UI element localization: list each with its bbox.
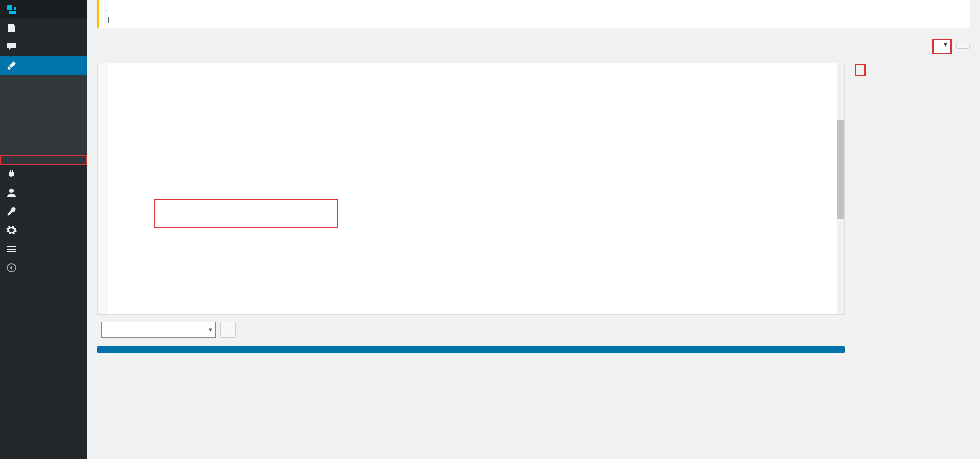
submenu-background[interactable] [0, 111, 87, 119]
appearance-submenu [0, 75, 87, 165]
sidebar-item-theme-sniffer[interactable] [0, 240, 87, 258]
editor-column [97, 58, 845, 459]
list-icon [6, 244, 17, 254]
folder-demo-content[interactable] [855, 79, 970, 91]
wrench-icon [6, 206, 17, 217]
code-highlight-box [154, 199, 338, 228]
user-icon [6, 188, 17, 198]
content-row [97, 58, 970, 459]
editor-scrollbar[interactable] [837, 63, 844, 314]
media-icon [6, 4, 17, 15]
sidebar-item-plugins[interactable] [0, 165, 87, 183]
submenu-install-plugins[interactable] [0, 148, 87, 155]
submenu-theme-editor[interactable] [0, 155, 87, 165]
submenu-header[interactable] [0, 104, 87, 111]
theme-files-column [855, 58, 970, 459]
theme-select[interactable] [932, 39, 952, 54]
submenu-menus[interactable] [0, 97, 87, 104]
line-gutter [98, 63, 108, 314]
brush-icon [6, 60, 17, 71]
sidebar-item-users[interactable] [0, 183, 87, 202]
gear-icon [6, 225, 17, 235]
documentation-row [97, 322, 845, 338]
svg-point-0 [9, 189, 14, 193]
submenu-customize[interactable] [0, 82, 87, 90]
page-icon [6, 23, 17, 33]
sidebar-item-appearance[interactable] [0, 56, 87, 75]
submenu-themes[interactable] [0, 75, 87, 82]
select-theme-button[interactable] [956, 44, 970, 49]
update-file-button[interactable] [97, 346, 845, 353]
file-tree [855, 64, 970, 91]
submenu-widgets[interactable] [0, 90, 87, 97]
plugin-notice: . | [97, 0, 970, 28]
submenu-import-demo[interactable] [0, 126, 87, 133]
sidebar-item-pages[interactable] [0, 19, 87, 38]
code-body[interactable] [108, 63, 844, 314]
admin-sidebar [0, 0, 87, 459]
sidebar-item-settings[interactable] [0, 221, 87, 240]
sidebar-item-tools[interactable] [0, 202, 87, 221]
plugin-icon [6, 169, 17, 179]
sidebar-item-media[interactable] [0, 0, 87, 19]
submenu-covernews-info[interactable] [0, 141, 87, 148]
app-root: . | [0, 0, 980, 459]
code-editor[interactable] [97, 63, 845, 315]
comment-icon [6, 42, 17, 52]
lookup-button[interactable] [220, 322, 236, 338]
submenu-theme-audit[interactable] [0, 119, 87, 126]
sidebar-collapse[interactable] [0, 258, 87, 277]
sidebar-item-comments[interactable] [0, 38, 87, 56]
collapse-icon [6, 263, 17, 273]
submenu-theme-check[interactable] [0, 133, 87, 141]
function-select[interactable] [101, 322, 216, 338]
header-row [97, 39, 970, 54]
folder-template-parts[interactable] [855, 64, 866, 76]
main-content: . | [87, 0, 980, 459]
